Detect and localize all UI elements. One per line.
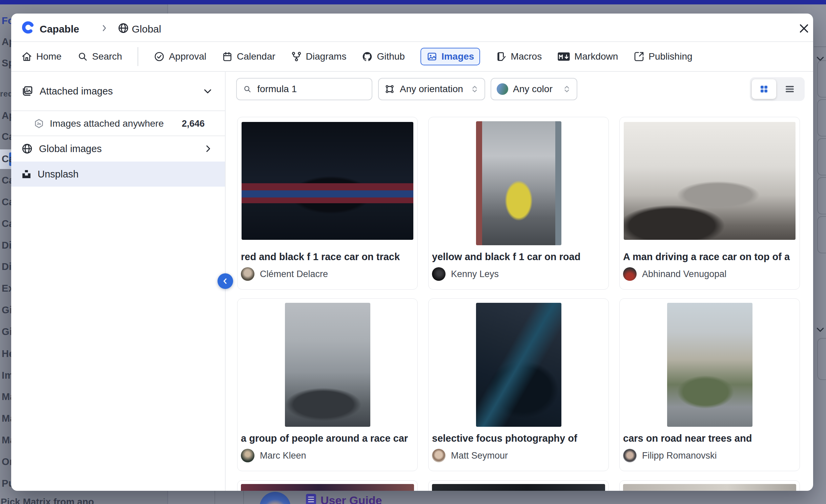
image-thumb-box [241, 121, 414, 247]
image-author: Filipp Romanovski [623, 449, 796, 462]
author-avatar [241, 449, 254, 462]
breadcrumb[interactable]: Global [132, 23, 161, 35]
image-card[interactable] [619, 480, 800, 491]
tab-label: Calendar [237, 51, 275, 62]
image-author: Kenny Leys [432, 267, 605, 281]
tab-images[interactable]: Images [420, 48, 480, 65]
tab-label: Search [92, 51, 122, 62]
macros-icon [496, 51, 507, 62]
image-title: selective focus photography of [432, 433, 605, 444]
author-avatar [241, 267, 254, 281]
avatar [260, 492, 291, 504]
home-icon [21, 51, 32, 62]
background-card-edge [817, 99, 826, 136]
globe-icon [118, 22, 129, 34]
background-card-edge [817, 177, 826, 214]
image-card[interactable]: yellow and black f 1 car on road Kenny L… [428, 117, 609, 290]
author-name: Marc Kleen [260, 450, 306, 461]
author-name: Abhinand Venugopal [642, 269, 726, 279]
tab-macros[interactable]: Macros [496, 51, 542, 62]
tab-markdown[interactable]: Markdown [557, 51, 618, 62]
tab-approval[interactable]: Approval [154, 51, 206, 62]
list-view-button[interactable] [778, 79, 802, 99]
tab-label: Diagrams [306, 51, 347, 62]
photo-thumbnail [241, 484, 414, 491]
author-name: Clément Delacre [260, 269, 328, 279]
close-icon[interactable] [798, 22, 810, 35]
tab-label: Home [36, 51, 62, 62]
diagrams-icon [291, 51, 302, 62]
image-card[interactable]: a group of people around a race car Marc… [237, 298, 418, 471]
list-icon [784, 84, 795, 94]
author-name: Matt Seymour [451, 450, 508, 461]
tab-label: Markdown [574, 51, 618, 62]
breadcrumb-chevron-icon [100, 24, 109, 33]
image-card[interactable]: cars on road near trees and Filipp Roman… [619, 298, 800, 471]
background-card-edge [817, 338, 826, 380]
sidebar-item-label: Images attached anywhere [50, 118, 164, 129]
photo-thumbnail [667, 303, 752, 427]
select-chevrons-icon [470, 85, 479, 93]
search-input[interactable] [256, 83, 366, 95]
tabs-divider [138, 47, 138, 66]
photo-thumbnail [476, 303, 561, 427]
color-swatch-icon [497, 83, 508, 95]
photo-thumbnail [285, 303, 370, 427]
image-title: A man driving a race car on top of a [623, 251, 796, 262]
background-card-edge [817, 216, 826, 253]
tab-diagrams[interactable]: Diagrams [291, 51, 347, 62]
orientation-crop-icon [384, 84, 395, 94]
tab-home[interactable]: Home [21, 51, 62, 62]
image-card[interactable]: red and black f 1 race car on track Clém… [237, 117, 418, 290]
images-icon [427, 51, 437, 62]
photo-thumbnail [242, 122, 413, 240]
author-avatar [432, 449, 446, 462]
tab-label: Macros [511, 51, 542, 62]
chevron-right-icon [203, 144, 213, 153]
count-badge: 2,646 [182, 119, 205, 129]
publishing-icon [634, 51, 644, 62]
image-thumb-box [432, 302, 605, 428]
sidebar-item-label: Global images [39, 143, 102, 154]
collapse-sidebar-button[interactable] [218, 273, 233, 289]
color-select[interactable]: Any color [491, 78, 577, 100]
background-top-bar [0, 0, 826, 4]
image-card[interactable] [428, 480, 609, 491]
sidebar-item-attached-images[interactable]: Attached images [11, 72, 225, 110]
approval-icon [154, 51, 165, 62]
grid-view-button[interactable] [752, 79, 776, 99]
orientation-select[interactable]: Any orientation [378, 78, 485, 100]
tab-calendar[interactable]: Calendar [222, 51, 275, 62]
image-search-field[interactable] [236, 78, 372, 100]
image-author: Clément Delacre [241, 267, 414, 281]
image-thumb-box [623, 302, 796, 428]
background-text: Pick Matrix from ano [1, 497, 94, 504]
image-card[interactable]: A man driving a race car on top of a Abh… [619, 117, 800, 290]
image-thumb-box [623, 121, 796, 247]
image-title: cars on road near trees and [623, 433, 796, 444]
sidebar-item-unsplash[interactable]: Unsplash [11, 162, 225, 187]
sidebar-item-images-attached-anywhere[interactable]: Images attached anywhere 2,646 [11, 111, 225, 136]
color-value: Any color [513, 84, 553, 94]
tab-github[interactable]: Github [362, 51, 405, 62]
image-author: Abhinand Venugopal [623, 267, 796, 281]
calendar-icon [222, 51, 233, 62]
author-avatar [623, 449, 637, 462]
tab-search[interactable]: Search [77, 51, 122, 62]
image-title: red and black f 1 race car on track [241, 251, 414, 262]
image-title: yellow and black f 1 car on road [432, 251, 605, 262]
search-icon [243, 84, 252, 94]
tab-label: Github [377, 51, 405, 62]
image-card[interactable] [237, 480, 418, 491]
image-author: Marc Kleen [241, 449, 414, 462]
sidebar-item-global-images[interactable]: Global images [11, 136, 225, 161]
search-icon [77, 51, 88, 62]
unsplash-icon [21, 169, 32, 179]
view-toggle [750, 77, 805, 101]
sidebar-item-label: Unsplash [38, 169, 79, 180]
image-title: a group of people around a race car [241, 433, 414, 444]
background-divider [814, 46, 826, 47]
background-card-edge [817, 60, 826, 98]
tab-publishing[interactable]: Publishing [634, 51, 692, 62]
image-card[interactable]: selective focus photography of Matt Seym… [428, 298, 609, 471]
